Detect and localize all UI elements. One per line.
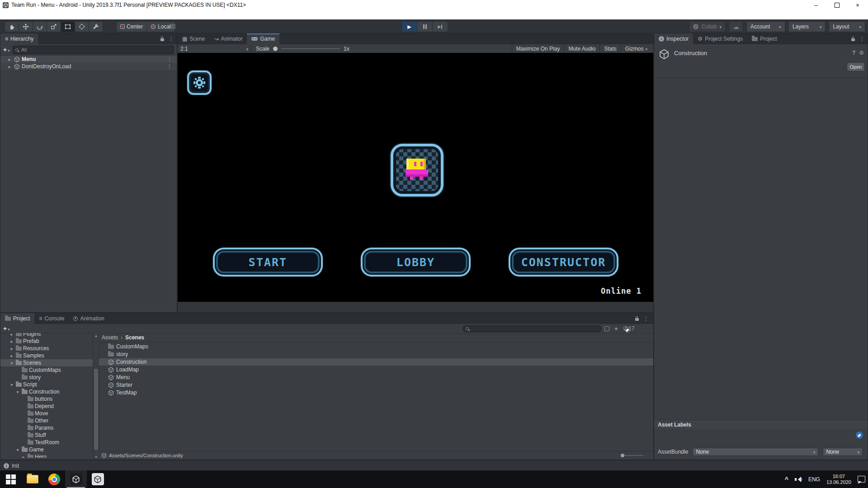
help-icon[interactable] bbox=[852, 50, 855, 56]
lock-icon[interactable] bbox=[635, 318, 639, 321]
inspector-tab[interactable]: Inspector bbox=[654, 33, 693, 44]
unity-hub-taskbar-button[interactable] bbox=[87, 470, 108, 488]
tree-item[interactable]: Plugins bbox=[0, 333, 93, 338]
tree-item[interactable]: Samples bbox=[0, 352, 93, 359]
view-tab[interactable]: Game bbox=[247, 33, 279, 44]
lobby-button[interactable]: LOBBY bbox=[361, 248, 471, 277]
lock-icon[interactable] bbox=[851, 38, 855, 41]
game-view-option[interactable]: Stats bbox=[599, 44, 620, 53]
aspect-ratio-dropdown[interactable]: 2:1 bbox=[178, 44, 251, 53]
menu-item[interactable] bbox=[2, 10, 10, 19]
play-button[interactable] bbox=[401, 21, 417, 32]
close-button[interactable]: × bbox=[847, 0, 868, 10]
bottom-panel-tab[interactable]: Project bbox=[0, 313, 34, 324]
search-by-label-icon[interactable] bbox=[625, 327, 630, 333]
start-button[interactable] bbox=[0, 470, 22, 488]
rotate-tool-button[interactable] bbox=[33, 21, 47, 32]
language-indicator[interactable]: ENG bbox=[808, 476, 820, 483]
file-explorer-button[interactable] bbox=[22, 470, 43, 488]
step-button[interactable] bbox=[433, 21, 448, 32]
expand-arrow-icon[interactable] bbox=[9, 339, 14, 344]
minimize-button[interactable]: – bbox=[806, 0, 826, 10]
menu-item[interactable] bbox=[10, 10, 18, 19]
game-view-option[interactable]: Maximize On Play bbox=[512, 44, 564, 53]
label-tag-icon[interactable] bbox=[856, 432, 863, 439]
expand-arrow-icon[interactable] bbox=[9, 382, 14, 387]
file-row[interactable]: Starter bbox=[99, 381, 653, 389]
game-view-option[interactable]: Mute Audio bbox=[564, 44, 599, 53]
bottom-panel-tab[interactable]: Console bbox=[34, 313, 69, 324]
collab-button[interactable]: Collab bbox=[689, 21, 726, 32]
expand-arrow-icon[interactable] bbox=[7, 64, 12, 69]
file-row[interactable]: LoadMap bbox=[99, 366, 653, 373]
gear-icon[interactable] bbox=[859, 50, 864, 56]
layout-button[interactable]: Layout bbox=[829, 21, 865, 32]
tree-scrollbar[interactable]: ▲ ▼ bbox=[93, 333, 99, 460]
item-menu-icon[interactable] bbox=[167, 56, 172, 62]
menu-item[interactable] bbox=[18, 10, 26, 19]
pause-button[interactable] bbox=[417, 21, 433, 32]
tree-item[interactable]: Scenes bbox=[0, 359, 93, 366]
breadcrumb-current[interactable]: Scenes bbox=[125, 334, 144, 341]
scroll-down-icon[interactable]: ▼ bbox=[93, 454, 99, 460]
scale-slider-rail[interactable] bbox=[281, 48, 340, 49]
file-row[interactable]: Menu bbox=[99, 374, 653, 381]
assetbundle-dropdown[interactable]: None bbox=[693, 448, 818, 456]
file-row[interactable]: TestMap bbox=[99, 389, 653, 396]
open-button[interactable]: Open bbox=[847, 62, 865, 71]
scale-tool-button[interactable] bbox=[47, 21, 61, 32]
expand-arrow-icon[interactable] bbox=[9, 346, 14, 351]
tree-item[interactable]: Resources bbox=[0, 345, 93, 352]
create-menu-button[interactable]: + bbox=[3, 46, 10, 53]
tree-item[interactable]: Stuff bbox=[0, 432, 93, 439]
hierarchy-search-input[interactable] bbox=[20, 47, 171, 53]
tree-item[interactable]: Hero bbox=[0, 453, 93, 458]
cloud-button[interactable] bbox=[729, 21, 743, 32]
tree-item[interactable]: Move bbox=[0, 410, 93, 417]
breadcrumb-root[interactable]: Assets bbox=[102, 334, 118, 341]
menu-item[interactable] bbox=[42, 10, 51, 19]
move-tool-button[interactable] bbox=[19, 21, 33, 32]
unity-editor-taskbar-button[interactable] bbox=[65, 470, 87, 488]
game-view-option[interactable]: Gizmos bbox=[621, 44, 651, 53]
tree-item[interactable]: buttons bbox=[0, 395, 93, 403]
hierarchy-item[interactable]: Menu bbox=[0, 56, 177, 63]
tree-item[interactable]: Params bbox=[0, 424, 93, 432]
pivot-mode-button[interactable]: Center bbox=[116, 21, 147, 32]
expand-arrow-icon[interactable] bbox=[9, 361, 14, 366]
menu-item[interactable] bbox=[51, 10, 59, 19]
tree-item[interactable]: Script bbox=[0, 381, 93, 388]
icon-size-slider[interactable] bbox=[621, 454, 643, 457]
action-center-icon[interactable] bbox=[858, 476, 865, 483]
chrome-button[interactable] bbox=[43, 470, 65, 488]
speaker-icon[interactable] bbox=[795, 477, 802, 482]
expand-arrow-icon[interactable] bbox=[9, 333, 14, 337]
expand-arrow-icon[interactable] bbox=[15, 389, 20, 394]
tray-expand-icon[interactable] bbox=[785, 476, 788, 483]
tree-item[interactable]: Prefab bbox=[0, 338, 93, 345]
panel-menu-icon[interactable] bbox=[859, 36, 865, 42]
bottom-panel-tab[interactable]: Animation bbox=[69, 313, 108, 324]
search-by-type-icon[interactable] bbox=[604, 326, 609, 331]
taskbar-clock[interactable]: 16:07 13.06.2020 bbox=[826, 474, 851, 485]
assetbundle-variant-dropdown[interactable]: None bbox=[823, 448, 863, 456]
panel-menu-icon[interactable] bbox=[169, 36, 174, 42]
expand-arrow-icon[interactable] bbox=[21, 455, 26, 458]
scale-slider-knob[interactable] bbox=[273, 47, 278, 51]
grid-snapping-icon[interactable] bbox=[170, 22, 176, 29]
menu-item[interactable] bbox=[34, 10, 42, 19]
tree-item[interactable]: TestRoom bbox=[0, 439, 93, 446]
tab-hierarchy[interactable]: Hierarchy bbox=[0, 33, 38, 44]
custom-tool-button[interactable] bbox=[89, 21, 103, 32]
panel-menu-icon[interactable] bbox=[643, 315, 649, 322]
constructor-button[interactable]: CONSTRUCTOR bbox=[509, 248, 618, 277]
account-button[interactable]: Account bbox=[746, 21, 785, 32]
file-row[interactable]: Construction bbox=[99, 358, 653, 366]
item-menu-icon[interactable] bbox=[167, 63, 172, 70]
expand-arrow-icon[interactable] bbox=[15, 447, 20, 452]
expand-arrow-icon[interactable] bbox=[9, 353, 14, 358]
tree-item[interactable]: CustomMaps bbox=[0, 366, 93, 374]
view-tab[interactable]: Scene bbox=[178, 33, 209, 44]
asset-labels-header[interactable]: Asset Labels bbox=[654, 420, 868, 429]
create-menu-button[interactable]: + bbox=[3, 325, 10, 332]
